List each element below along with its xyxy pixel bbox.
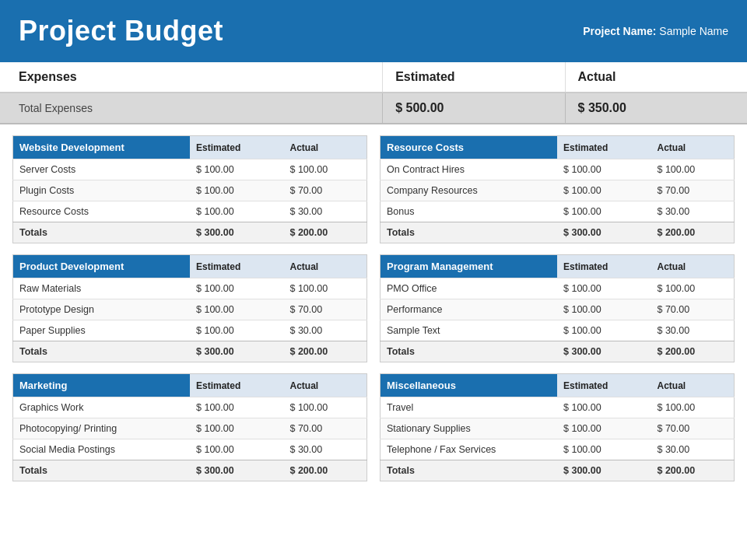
right-tables: Resource CostsEstimatedActualOn Contract… bbox=[380, 135, 735, 481]
row-actual: $ 200.00 bbox=[651, 341, 734, 362]
row-estimated: $ 100.00 bbox=[557, 180, 651, 201]
tables-section: Website DevelopmentEstimatedActualServer… bbox=[0, 124, 747, 492]
table-product-dev-estimated-header: Estimated bbox=[190, 255, 283, 278]
row-name: Totals bbox=[381, 341, 558, 362]
row-name: Plugin Costs bbox=[13, 180, 191, 201]
table-row: Company Resources$ 100.00$ 70.00 bbox=[381, 180, 735, 201]
table-miscellaneous: MiscellaneousEstimatedActualTravel$ 100.… bbox=[380, 373, 735, 481]
row-actual: $ 200.00 bbox=[651, 222, 734, 243]
row-estimated: $ 100.00 bbox=[190, 418, 283, 439]
row-actual: $ 30.00 bbox=[283, 439, 366, 460]
row-name: Totals bbox=[381, 222, 558, 243]
project-name-value: Sample Name bbox=[659, 25, 728, 37]
row-estimated: $ 300.00 bbox=[557, 222, 651, 243]
row-name: Totals bbox=[13, 460, 191, 481]
row-name: Prototype Design bbox=[13, 299, 191, 320]
row-actual: $ 30.00 bbox=[283, 201, 366, 222]
row-actual: $ 100.00 bbox=[283, 278, 366, 299]
row-estimated: $ 100.00 bbox=[557, 418, 651, 439]
page-title: Project Budget bbox=[19, 15, 223, 47]
table-row: Prototype Design$ 100.00$ 70.00 bbox=[13, 299, 367, 320]
row-name: Photocopying/ Printing bbox=[13, 418, 191, 439]
row-estimated: $ 100.00 bbox=[557, 278, 651, 299]
row-estimated: $ 100.00 bbox=[557, 159, 651, 180]
row-actual: $ 100.00 bbox=[283, 159, 366, 180]
project-name-display: Project Name: Sample Name bbox=[583, 25, 728, 37]
row-name: Resource Costs bbox=[13, 201, 191, 222]
total-expenses-row: Total Expenses $ 500.00 $ 350.00 bbox=[0, 93, 747, 124]
page-header: Project Budget Project Name: Sample Name bbox=[0, 0, 747, 62]
row-name: Social Media Postings bbox=[13, 439, 191, 460]
summary-header: Expenses Estimated Actual bbox=[0, 62, 747, 93]
row-estimated: $ 100.00 bbox=[557, 299, 651, 320]
row-name: Bonus bbox=[381, 201, 558, 222]
row-estimated: $ 100.00 bbox=[190, 201, 283, 222]
row-name: PMO Office bbox=[381, 278, 558, 299]
row-name: Telephone / Fax Services bbox=[381, 439, 558, 460]
table-resource-costs-estimated-header: Estimated bbox=[557, 136, 651, 159]
table-row: Sample Text$ 100.00$ 30.00 bbox=[381, 320, 735, 341]
row-actual: $ 70.00 bbox=[283, 180, 366, 201]
table-row: Totals$ 300.00$ 200.00 bbox=[13, 222, 367, 243]
row-actual: $ 100.00 bbox=[651, 397, 734, 418]
table-row: Resource Costs$ 100.00$ 30.00 bbox=[13, 201, 367, 222]
table-row: Stationary Supplies$ 100.00$ 70.00 bbox=[381, 418, 735, 439]
row-estimated: $ 100.00 bbox=[190, 397, 283, 418]
row-actual: $ 30.00 bbox=[283, 320, 366, 341]
row-actual: $ 100.00 bbox=[651, 278, 734, 299]
row-actual: $ 30.00 bbox=[651, 439, 734, 460]
table-website-dev-title: Website Development bbox=[13, 136, 191, 159]
table-program-management-title: Program Management bbox=[381, 255, 558, 278]
table-row: On Contract Hires$ 100.00$ 100.00 bbox=[381, 159, 735, 180]
table-row: Paper Supplies$ 100.00$ 30.00 bbox=[13, 320, 367, 341]
table-website-dev: Website DevelopmentEstimatedActualServer… bbox=[12, 135, 367, 243]
row-name: On Contract Hires bbox=[381, 159, 558, 180]
row-name: Sample Text bbox=[381, 320, 558, 341]
actual-label: Actual bbox=[566, 62, 747, 92]
estimated-label: Estimated bbox=[383, 62, 565, 92]
row-actual: $ 200.00 bbox=[283, 222, 366, 243]
table-product-dev-actual-header: Actual bbox=[283, 255, 366, 278]
table-row: Raw Materials$ 100.00$ 100.00 bbox=[13, 278, 367, 299]
table-row: Performance$ 100.00$ 70.00 bbox=[381, 299, 735, 320]
table-row: Totals$ 300.00$ 200.00 bbox=[381, 222, 735, 243]
project-name-label: Project Name: bbox=[583, 25, 656, 37]
row-estimated: $ 100.00 bbox=[190, 320, 283, 341]
table-product-dev: Product DevelopmentEstimatedActualRaw Ma… bbox=[12, 254, 367, 362]
table-marketing: MarketingEstimatedActualGraphics Work$ 1… bbox=[12, 373, 367, 481]
row-estimated: $ 100.00 bbox=[557, 397, 651, 418]
row-name: Graphics Work bbox=[13, 397, 191, 418]
table-miscellaneous-estimated-header: Estimated bbox=[557, 374, 651, 397]
table-row: PMO Office$ 100.00$ 100.00 bbox=[381, 278, 735, 299]
row-estimated: $ 300.00 bbox=[557, 460, 651, 481]
table-marketing-actual-header: Actual bbox=[283, 374, 366, 397]
row-actual: $ 70.00 bbox=[651, 180, 734, 201]
row-actual: $ 100.00 bbox=[283, 397, 366, 418]
row-actual: $ 100.00 bbox=[651, 159, 734, 180]
table-miscellaneous-actual-header: Actual bbox=[651, 374, 734, 397]
table-row: Photocopying/ Printing$ 100.00$ 70.00 bbox=[13, 418, 367, 439]
table-website-dev-actual-header: Actual bbox=[283, 136, 366, 159]
row-name: Totals bbox=[381, 460, 558, 481]
expenses-label: Expenses bbox=[0, 62, 383, 92]
row-estimated: $ 100.00 bbox=[557, 439, 651, 460]
table-resource-costs-actual-header: Actual bbox=[651, 136, 734, 159]
table-resource-costs-title: Resource Costs bbox=[381, 136, 558, 159]
row-name: Travel bbox=[381, 397, 558, 418]
row-name: Stationary Supplies bbox=[381, 418, 558, 439]
row-name: Server Costs bbox=[13, 159, 191, 180]
row-estimated: $ 100.00 bbox=[557, 201, 651, 222]
row-name: Performance bbox=[381, 299, 558, 320]
row-name: Totals bbox=[13, 341, 191, 362]
table-row: Plugin Costs$ 100.00$ 70.00 bbox=[13, 180, 367, 201]
row-estimated: $ 300.00 bbox=[190, 341, 283, 362]
row-actual: $ 200.00 bbox=[651, 460, 734, 481]
table-row: Travel$ 100.00$ 100.00 bbox=[381, 397, 735, 418]
row-actual: $ 70.00 bbox=[651, 418, 734, 439]
row-estimated: $ 100.00 bbox=[190, 180, 283, 201]
row-actual: $ 30.00 bbox=[651, 201, 734, 222]
table-program-management-estimated-header: Estimated bbox=[557, 255, 651, 278]
left-tables: Website DevelopmentEstimatedActualServer… bbox=[12, 135, 367, 481]
row-estimated: $ 100.00 bbox=[190, 299, 283, 320]
total-expenses-estimated: $ 500.00 bbox=[382, 93, 564, 123]
